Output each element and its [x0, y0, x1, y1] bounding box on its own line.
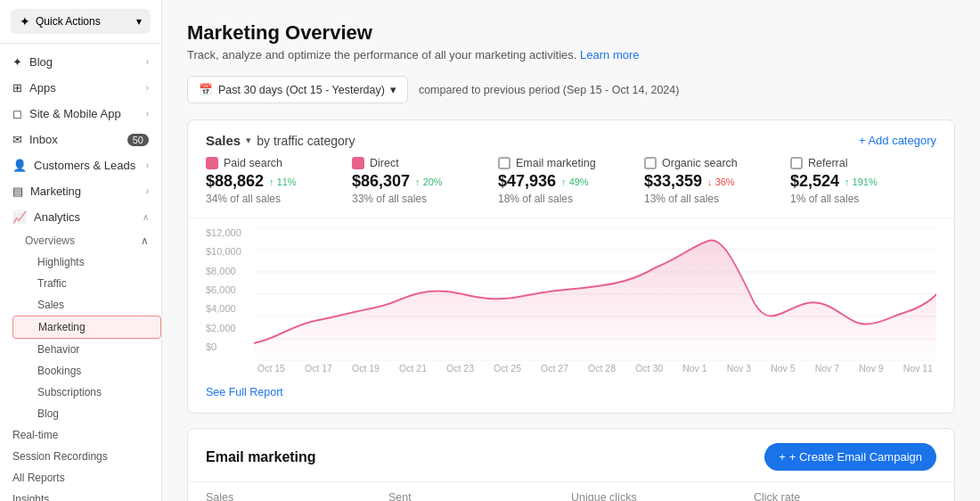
date-range-picker[interactable]: 📅 Past 30 days (Oct 15 - Yesterday) ▾ — [187, 76, 408, 103]
add-category-button[interactable]: + Add category — [859, 134, 936, 147]
chevron-up-icon: ∧ — [143, 212, 149, 222]
chart-svg — [254, 227, 936, 361]
chevron-down-icon: ▾ — [136, 15, 142, 28]
chevron-up-icon: ∧ — [141, 234, 149, 247]
chevron-right-icon: › — [146, 160, 149, 170]
blog-icon: ✦ — [12, 55, 22, 69]
sidebar-item-realtime[interactable]: Real-time — [0, 424, 161, 446]
sidebar-item-subscriptions[interactable]: Subscriptions — [12, 382, 161, 403]
sidebar-item-bookings[interactable]: Bookings — [12, 360, 161, 382]
filter-bar: 📅 Past 30 days (Oct 15 - Yesterday) ▾ co… — [187, 76, 955, 103]
chart-card-header: Sales ▾ by traffic category + Add catego… — [188, 120, 954, 157]
page-title: Marketing Overview — [187, 21, 955, 45]
quick-actions-button[interactable]: ✦ Quick Actions ▾ — [11, 9, 151, 34]
metric-value: $88,862 ↑ 11% — [206, 172, 338, 191]
metrics-row: Paid search $88,862 ↑ 11% 34% of all sal… — [188, 157, 954, 218]
sidebar-item-blog[interactable]: ✦Blog › — [0, 49, 161, 75]
sales-label: Sales — [206, 133, 241, 148]
x-axis-label: Oct 17 — [305, 363, 332, 374]
x-axis-label: Oct 25 — [494, 363, 521, 374]
sidebar-item-analytics[interactable]: 📈Analytics ∧ — [0, 204, 161, 230]
sidebar-item-marketing[interactable]: ▤Marketing › — [0, 178, 161, 204]
metric-change: ↑ 20% — [415, 177, 443, 187]
x-axis-label: Oct 28 — [588, 363, 616, 374]
chevron-right-icon: › — [146, 109, 149, 119]
sidebar-item-inbox[interactable]: ✉Inbox 50 — [0, 127, 161, 152]
metric-change: ↑ 11% — [269, 177, 297, 187]
metric-item: Referral $2,524 ↑ 191% 1% of all sales — [790, 157, 936, 205]
sidebar-item-sales[interactable]: Sales — [12, 294, 161, 316]
metric-value: $47,936 ↑ 49% — [498, 172, 630, 191]
metric-checkbox[interactable] — [790, 157, 803, 169]
metric-checkbox[interactable] — [206, 157, 218, 169]
sidebar-item-traffic[interactable]: Traffic — [12, 273, 161, 294]
compare-period-text: compared to previous period (Sep 15 - Oc… — [419, 84, 680, 96]
metric-name: Referral — [808, 157, 847, 169]
metric-pct: 18% of all sales — [498, 193, 630, 205]
y-axis-label: $0 — [206, 341, 241, 352]
metric-name: Direct — [370, 157, 399, 169]
sidebar-item-blog[interactable]: Blog — [12, 403, 161, 424]
y-axis-label: $4,000 — [206, 303, 241, 314]
sidebar-item-site-mobile[interactable]: ◻Site & Mobile App › — [0, 101, 161, 127]
email-column-header: Click rate — [754, 482, 936, 501]
x-axis-label: Nov 5 — [771, 363, 795, 374]
analytics-icon: 📈 — [12, 210, 27, 224]
overviews-group: Overviews ∧ Highlights Traffic Sales Mar… — [0, 230, 161, 424]
inbox-icon: ✉ — [12, 133, 22, 146]
main-content: Marketing Overview Track, analyze and op… — [162, 0, 980, 501]
chevron-right-icon: › — [146, 57, 149, 67]
metric-pct: 1% of all sales — [790, 193, 922, 205]
metric-item: Direct $86,307 ↑ 20% 33% of all sales — [352, 157, 498, 205]
x-axis-label: Nov 9 — [859, 363, 883, 374]
metric-value: $86,307 ↑ 20% — [352, 172, 484, 191]
metric-checkbox[interactable] — [498, 157, 510, 169]
x-axis-labels: Oct 15Oct 17Oct 19Oct 21Oct 23Oct 25Oct … — [254, 363, 936, 374]
x-axis-label: Nov 11 — [903, 363, 933, 374]
inbox-badge: 50 — [127, 134, 149, 146]
email-section-title: Email marketing — [206, 449, 316, 465]
email-column-header: Unique clicks — [571, 482, 754, 501]
chart-area: $12,000$10,000$8,000$6,000$4,000$2,000$0 — [188, 218, 954, 379]
chevron-right-icon: › — [146, 83, 149, 93]
metric-change: ↓ 36% — [707, 177, 735, 187]
wix-logo-icon: ✦ — [20, 14, 30, 29]
sidebar-item-apps[interactable]: ⊞Apps › — [0, 75, 161, 101]
sidebar-item-all-reports[interactable]: All Reports — [0, 467, 161, 489]
customers-icon: 👤 — [12, 159, 27, 172]
x-axis-label: Oct 15 — [257, 363, 285, 374]
chart-title-left: Sales ▾ by traffic category — [206, 133, 355, 148]
x-axis-label: Nov 1 — [682, 363, 706, 374]
metric-checkbox[interactable] — [644, 157, 657, 169]
metric-change: ↑ 49% — [561, 177, 589, 187]
sidebar-item-behavior[interactable]: Behavior — [12, 339, 161, 360]
metric-item: Organic search $33,359 ↓ 36% 13% of all … — [644, 157, 790, 205]
learn-more-link[interactable]: Learn more — [580, 48, 639, 62]
sidebar-item-highlights[interactable]: Highlights — [12, 251, 161, 273]
x-axis-label: Oct 27 — [541, 363, 568, 374]
create-email-campaign-button[interactable]: + + Create Email Campaign — [764, 443, 936, 471]
email-column-header: Sent — [388, 482, 571, 501]
sidebar: ✦ Quick Actions ▾ ✦Blog › ⊞Apps › ◻Site … — [0, 0, 162, 501]
see-full-report-link[interactable]: See Full Report — [188, 379, 954, 413]
sidebar-item-marketing[interactable]: Marketing — [12, 316, 161, 339]
sidebar-item-insights[interactable]: Insights — [0, 489, 161, 501]
y-axis-label: $8,000 — [206, 266, 241, 276]
calendar-icon: 📅 — [199, 83, 213, 96]
metric-checkbox[interactable] — [352, 157, 364, 169]
sidebar-item-customers-leads[interactable]: 👤Customers & Leads › — [0, 152, 161, 178]
sidebar-item-session-recordings[interactable]: Session Recordings — [0, 446, 161, 467]
x-axis-label: Nov 7 — [815, 363, 839, 374]
quick-actions-label: Quick Actions — [36, 15, 101, 28]
y-axis-label: $12,000 — [206, 227, 241, 238]
x-axis-label: Oct 21 — [399, 363, 427, 374]
x-axis-label: Nov 3 — [727, 363, 751, 374]
metric-change: ↑ 191% — [845, 177, 878, 187]
chevron-down-icon[interactable]: ▾ — [246, 135, 251, 146]
date-range-label: Past 30 days (Oct 15 - Yesterday) — [218, 84, 385, 96]
chevron-down-icon: ▾ — [390, 83, 396, 96]
metric-pct: 13% of all sales — [644, 193, 776, 205]
metric-name: Email marketing — [516, 157, 596, 169]
email-columns: SalesSentUnique clicksClick rate — [188, 481, 954, 501]
overviews-label[interactable]: Overviews ∧ — [12, 230, 161, 251]
